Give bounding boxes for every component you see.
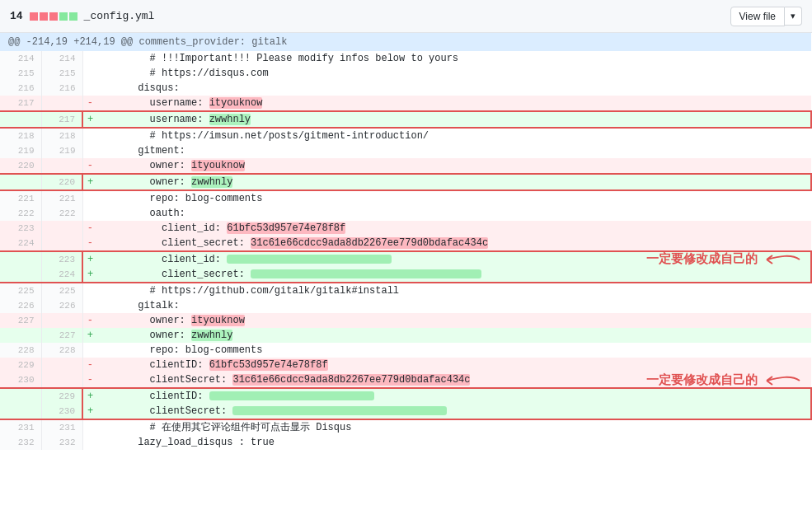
line-code: clientID: 61bfc53d957e74e78f8f <box>97 358 811 372</box>
line-sign: - <box>82 358 97 372</box>
table-row: 231231 # 在使用其它评论组件时可点击显示 Disqus <box>0 419 811 435</box>
line-sign <box>82 206 97 221</box>
old-line-num <box>0 404 41 419</box>
new-line-num: 219 <box>41 143 82 158</box>
line-sign <box>82 419 97 435</box>
filename: _config.yml <box>84 10 155 22</box>
new-line-num: 230 <box>41 404 82 419</box>
line-code: client_id: 61bfc53d957e74e78f8f <box>97 221 811 236</box>
old-line-num <box>0 267 41 283</box>
table-row: 222222 oauth: <box>0 206 811 221</box>
new-line-num <box>41 96 82 111</box>
new-line-num: 225 <box>41 283 82 298</box>
old-line-num: 224 <box>0 236 41 251</box>
line-code: # https://disqus.com <box>97 66 811 81</box>
header-left: 14 _config.yml <box>10 10 730 22</box>
line-sign <box>82 435 97 450</box>
table-row: 220- owner: ityouknow <box>0 158 811 174</box>
line-sign <box>82 343 97 358</box>
line-sign: + <box>82 267 97 283</box>
new-line-num: 226 <box>41 298 82 313</box>
pill-1 <box>30 12 38 21</box>
line-code: gitment: <box>97 143 811 158</box>
line-code: # https://imsun.net/posts/gitment-introd… <box>97 128 811 143</box>
line-sign: - <box>82 313 97 328</box>
new-line-num: 228 <box>41 343 82 358</box>
table-row: 217+ username: zwwhnly <box>0 111 811 128</box>
new-line-num: 214 <box>41 51 82 66</box>
diff-wrapper: @@ -214,19 +214,19 @@ comments_provider:… <box>0 33 812 450</box>
line-code: owner: ityouknow <box>97 158 811 174</box>
line-code: # https://github.com/gitalk/gitalk#insta… <box>97 283 811 298</box>
table-row: 224- client_secret: 31c61e66cdcc9ada8db2… <box>0 236 811 251</box>
old-line-num: 214 <box>0 51 41 66</box>
new-line-num: 222 <box>41 206 82 221</box>
hunk-row: @@ -214,19 +214,19 @@ comments_provider:… <box>0 33 811 51</box>
new-line-num: 217 <box>41 111 82 128</box>
pill-5 <box>69 12 77 21</box>
new-line-num: 215 <box>41 66 82 81</box>
commit-count: 14 <box>10 10 23 22</box>
old-line-num: 225 <box>0 283 41 298</box>
old-line-num: 227 <box>0 313 41 328</box>
table-row: 216216 disqus: <box>0 81 811 96</box>
old-line-num: 216 <box>0 81 41 96</box>
old-line-num: 229 <box>0 358 41 372</box>
table-row: 230+ clientSecret: <box>0 404 811 419</box>
line-sign <box>82 66 97 81</box>
line-code: owner: zwwhnly <box>97 328 811 343</box>
table-row: 230- clientSecret: 31c61e66cdcc9ada8db22… <box>0 372 811 388</box>
line-sign: + <box>82 251 97 267</box>
old-line-num: 232 <box>0 435 41 450</box>
table-row: 227- owner: ityouknow <box>0 313 811 328</box>
new-line-num: 216 <box>41 81 82 96</box>
old-line-num: 219 <box>0 143 41 158</box>
old-line-num: 215 <box>0 66 41 81</box>
line-code: client_secret: 31c61e66cdcc9ada8db2267ee… <box>97 236 811 251</box>
line-sign: - <box>82 372 97 388</box>
header-right: View file ▾ <box>730 7 802 26</box>
dropdown-button[interactable]: ▾ <box>785 7 802 26</box>
new-line-num <box>41 158 82 174</box>
line-sign <box>82 283 97 298</box>
new-line-num <box>41 372 82 388</box>
hunk-text: @@ -214,19 +214,19 @@ comments_provider:… <box>0 33 811 51</box>
diff-pills <box>30 12 77 21</box>
line-sign: + <box>82 404 97 419</box>
line-sign <box>82 81 97 96</box>
pill-3 <box>49 12 58 21</box>
line-sign: + <box>82 328 97 343</box>
table-row: 223- client_id: 61bfc53d957e74e78f8f <box>0 221 811 236</box>
line-sign: + <box>82 388 97 404</box>
line-code: # 在使用其它评论组件时可点击显示 Disqus <box>97 419 811 435</box>
old-line-num: 230 <box>0 372 41 388</box>
table-row: 218218 # https://imsun.net/posts/gitment… <box>0 128 811 143</box>
diff-outer: @@ -214,19 +214,19 @@ comments_provider:… <box>0 33 812 450</box>
pill-4 <box>59 12 68 21</box>
line-code: repo: blog-comments <box>97 343 811 358</box>
table-row: 221221 repo: blog-comments <box>0 190 811 206</box>
new-line-num: 221 <box>41 190 82 206</box>
line-code: clientSecret: 31c61e66cdcc9ada8db2267ee7… <box>97 372 811 388</box>
old-line-num: 223 <box>0 221 41 236</box>
line-sign <box>82 190 97 206</box>
old-line-num <box>0 174 41 190</box>
new-line-num <box>41 236 82 251</box>
new-line-num: 229 <box>41 388 82 404</box>
line-sign <box>82 298 97 313</box>
old-line-num: 217 <box>0 96 41 111</box>
line-sign <box>82 128 97 143</box>
table-row: 229- clientID: 61bfc53d957e74e78f8f <box>0 358 811 372</box>
line-code: username: ityouknow <box>97 96 811 111</box>
old-line-num <box>0 251 41 267</box>
line-code: client_secret: <box>97 267 811 283</box>
line-sign: - <box>82 236 97 251</box>
old-line-num <box>0 388 41 404</box>
old-line-num: 218 <box>0 128 41 143</box>
file-header: 14 _config.yml View file ▾ <box>0 0 812 33</box>
new-line-num <box>41 221 82 236</box>
table-row: 214214 # !!!Important!!! Please modify i… <box>0 51 811 66</box>
old-line-num: 222 <box>0 206 41 221</box>
view-file-button[interactable]: View file <box>730 7 785 26</box>
table-row: 219219 gitment: <box>0 143 811 158</box>
